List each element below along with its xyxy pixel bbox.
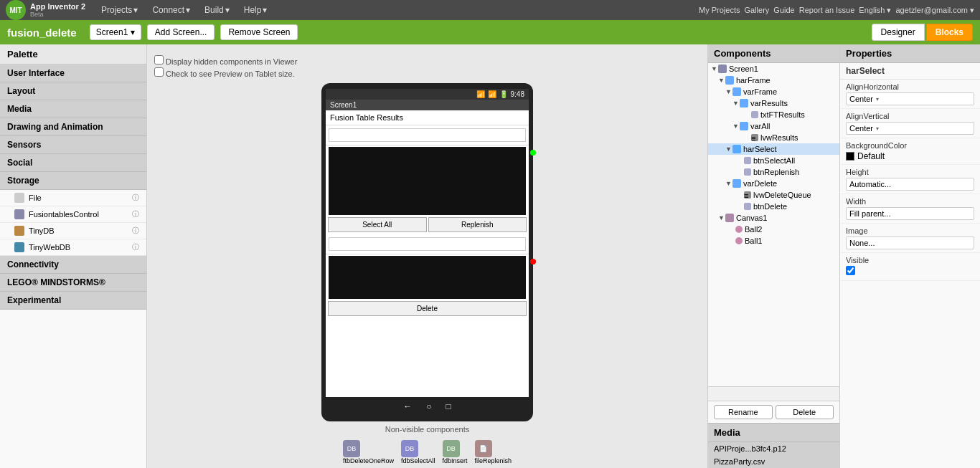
comp-btnreplenish[interactable]: btnReplenish [708, 166, 839, 178]
signal-icon: 📶 [488, 90, 496, 98]
red-dot [530, 259, 536, 264]
width-input[interactable] [846, 207, 974, 220]
palette-item-file[interactable]: File ⓘ [0, 190, 146, 206]
view-toggle: Designer Blocks [872, 24, 973, 41]
alignvertical-label: AlignVertical [846, 112, 974, 120]
delete-component-button[interactable]: Delete [776, 405, 834, 419]
comp-harframe[interactable]: ▼ harFrame [708, 75, 839, 86]
phone-mockup: 📶 📶 🔋 9:48 Screen1 Fusion Table Results [321, 83, 533, 421]
hidden-components-check[interactable]: Display hidden components in Viewer [154, 55, 700, 66]
palette-section-lego[interactable]: LEGO® MINDSTORMS® [0, 274, 146, 292]
app-subtitle: Beta [30, 11, 85, 18]
phone-input-row [326, 125, 529, 145]
comp-harselect[interactable]: ▼ harSelect [708, 143, 839, 155]
comp-lvwresults[interactable]: ≡ lvwResults [708, 132, 839, 143]
palette-panel: Palette User Interface Layout Media Draw… [0, 44, 147, 468]
nav-connect[interactable]: Connect ▾ [146, 4, 196, 16]
palette-section-connectivity[interactable]: Connectivity [0, 256, 146, 274]
delete-button[interactable]: Delete [328, 301, 527, 316]
guide-link[interactable]: Guide [773, 6, 794, 14]
home-nav-icon[interactable]: ○ [426, 401, 431, 411]
comp-ball2[interactable]: Ball2 [708, 224, 839, 235]
comp-canvas1[interactable]: ▼ Canvas1 [708, 212, 839, 224]
back-nav-icon[interactable]: ← [403, 401, 412, 411]
nv-item-0: DB ftbDeleteOneRow [343, 440, 394, 464]
harframe-arrow: ▼ [718, 77, 725, 84]
designer-button[interactable]: Designer [872, 24, 925, 41]
palette-section-media[interactable]: Media [0, 100, 146, 118]
fusion-table-row: Fusion Table Results [326, 110, 529, 125]
language-link[interactable]: English ▾ [859, 6, 891, 15]
nav-projects[interactable]: Projects ▾ [95, 4, 143, 16]
alignvertical-select[interactable]: Center ▾ [846, 122, 974, 135]
nv-item-3: 📄 fileReplenish [475, 440, 512, 464]
selected-component-label: harSelect [840, 63, 980, 80]
image-input[interactable] [846, 237, 974, 249]
visible-checkbox[interactable] [846, 266, 855, 275]
comp-vardelete[interactable]: ▼ varDelete [708, 178, 839, 189]
palette-item-tinywebdb[interactable]: TinyWebDB ⓘ [0, 239, 146, 256]
my-projects-link[interactable]: My Projects [699, 6, 740, 14]
hidden-components-checkbox[interactable] [154, 55, 164, 65]
nav-help[interactable]: Help ▾ [238, 4, 273, 16]
comp-lvwdeletequeue[interactable]: ≡ lvwDeleteQueue [708, 189, 839, 201]
prop-alignhorizontal: AlignHorizontal Center ▾ [840, 80, 980, 109]
comp-varframe[interactable]: ▼ varFrame [708, 86, 839, 97]
report-link[interactable]: Report an Issue [799, 6, 855, 14]
comp-screen1[interactable]: ▼ Screen1 [708, 63, 839, 75]
palette-section-sensors[interactable]: Sensors [0, 136, 146, 154]
height-input[interactable] [846, 178, 974, 191]
top-nav: MIT App Inventor 2 Beta Projects ▾ Conne… [0, 0, 980, 20]
comp-txtftresults[interactable]: txtFTResults [708, 109, 839, 120]
phone-action-buttons: Select All Replenish [328, 217, 527, 232]
file-info-icon[interactable]: ⓘ [132, 193, 139, 203]
comp-varresults[interactable]: ▼ varResults [708, 97, 839, 109]
tablet-preview-check[interactable]: Check to see Preview on Tablet size. [154, 67, 700, 78]
nv-label-1: fdbSelectAll [401, 457, 435, 464]
comp-btnselectall[interactable]: btnSelectAll [708, 155, 839, 166]
palette-section-drawing[interactable]: Drawing and Animation [0, 118, 146, 136]
tinydb-info-icon[interactable]: ⓘ [132, 226, 139, 236]
media-item-1[interactable]: PizzaParty.csv [708, 455, 839, 468]
select-all-button[interactable]: Select All [328, 217, 427, 232]
phone-text-input[interactable] [329, 128, 526, 142]
tablet-preview-checkbox[interactable] [154, 67, 164, 77]
palette-section-ui[interactable]: User Interface [0, 65, 146, 82]
component-tree: ▼ Screen1 ▼ harFrame ▼ varFrame ▼ varRes… [708, 63, 839, 386]
varall-arrow: ▼ [732, 123, 740, 130]
second-bar: fusion_delete Screen1 ▾ Add Screen... Re… [0, 20, 980, 44]
media-panel: Media APIProje...b3fc4.p12 PizzaParty.cs… [708, 423, 839, 468]
height-label: Height [846, 168, 974, 176]
nv-label-2: fdbInsert [443, 457, 468, 464]
palette-section-social[interactable]: Social [0, 154, 146, 172]
comp-varall[interactable]: ▼ varAll [708, 120, 839, 132]
components-panel: Components ▼ Screen1 ▼ harFrame ▼ varFra… [707, 44, 840, 468]
ball2-icon [735, 226, 743, 233]
gallery-link[interactable]: Gallery [745, 6, 770, 14]
palette-section-layout[interactable]: Layout [0, 82, 146, 100]
fusiontables-info-icon[interactable]: ⓘ [132, 209, 139, 219]
comp-ball1[interactable]: Ball1 [708, 235, 839, 247]
blocks-button[interactable]: Blocks [926, 24, 973, 41]
phone-text-input-2[interactable] [329, 237, 526, 251]
media-title: Media [708, 424, 839, 442]
varresults-arrow: ▼ [732, 100, 740, 107]
alignhorizontal-select[interactable]: Center ▾ [846, 92, 974, 105]
tinywebdb-info-icon[interactable]: ⓘ [132, 242, 139, 252]
replenish-button[interactable]: Replenish [428, 217, 527, 232]
rename-button[interactable]: Rename [714, 405, 773, 419]
palette-section-experimental[interactable]: Experimental [0, 292, 146, 310]
user-link[interactable]: agetzler@gmail.com ▾ [896, 6, 975, 15]
palette-section-storage[interactable]: Storage [0, 172, 146, 190]
recent-nav-icon[interactable]: □ [446, 401, 451, 411]
media-item-0[interactable]: APIProje...b3fc4.p12 [708, 442, 839, 455]
screen-select-button[interactable]: Screen1 ▾ [90, 24, 141, 40]
add-screen-button[interactable]: Add Screen... [147, 24, 215, 40]
palette-item-tinydb[interactable]: TinyDB ⓘ [0, 223, 146, 239]
remove-screen-button[interactable]: Remove Screen [220, 24, 298, 40]
canvas1-icon [725, 214, 734, 222]
backgroundcolor-value[interactable]: Default [846, 151, 974, 161]
nav-build[interactable]: Build ▾ [199, 4, 235, 16]
palette-item-fusiontables[interactable]: FusiontablesControl ⓘ [0, 206, 146, 223]
comp-btndelete[interactable]: btnDelete [708, 201, 839, 212]
